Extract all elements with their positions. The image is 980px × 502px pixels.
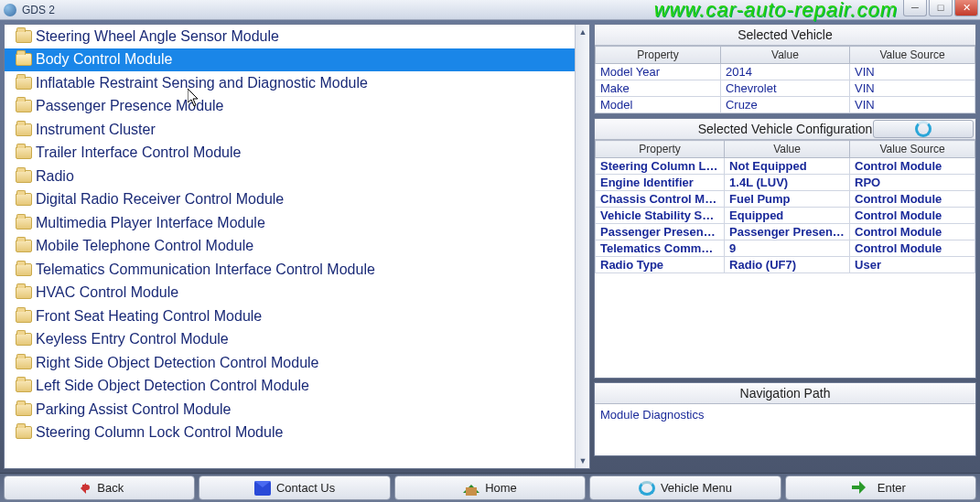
module-item[interactable]: Front Seat Heating Control Module (5, 304, 575, 328)
module-label: Multimedia Player Interface Module (36, 215, 265, 231)
cell-property: Vehicle Stability Sys... (596, 208, 725, 224)
module-item[interactable]: Keyless Entry Control Module (5, 328, 575, 352)
cell-source: Control Module (850, 224, 975, 240)
mail-icon (254, 481, 271, 496)
back-icon (75, 481, 92, 496)
table-row[interactable]: MakeChevroletVIN (596, 80, 975, 97)
table-row[interactable]: Steering Column Lo...Not EquippedControl… (596, 158, 975, 175)
cell-property: Steering Column Lo... (596, 158, 725, 175)
folder-icon (16, 170, 32, 183)
bottom-toolbar: Back Contact Us Home Vehicle Menu Enter (0, 473, 980, 502)
module-list-panel: Steering Wheel Angle Sensor ModuleBody C… (4, 24, 590, 469)
module-item[interactable]: Instrument Cluster (5, 118, 575, 142)
col-source: Value Source (850, 141, 975, 158)
folder-icon (16, 193, 32, 206)
table-row[interactable]: Engine Identifier1.4L (LUV)RPO (596, 175, 975, 191)
vehicle-menu-label: Vehicle Menu (661, 481, 732, 495)
cell-source: Control Module (850, 158, 975, 175)
module-scroll[interactable]: Steering Wheel Angle Sensor ModuleBody C… (5, 25, 575, 468)
module-item[interactable]: Digital Radio Receiver Control Module (5, 188, 575, 212)
table-row[interactable]: ModelCruzeVIN (596, 97, 975, 113)
home-button[interactable]: Home (394, 475, 586, 500)
module-item[interactable]: Parking Assist Control Module (5, 398, 575, 422)
vehicle-config-table: Property Value Value Source Steering Col… (595, 140, 975, 273)
col-value: Value (725, 141, 850, 158)
module-item[interactable]: Body Control Module (5, 48, 575, 72)
cell-property: Engine Identifier (596, 175, 725, 191)
right-panel: Selected Vehicle Property Value Value So… (594, 24, 976, 469)
module-label: Telematics Communication Interface Contr… (36, 262, 375, 278)
table-row[interactable]: Chassis Control Mo...Fuel PumpControl Mo… (596, 191, 975, 208)
module-label: Mobile Telephone Control Module (36, 238, 253, 254)
table-row[interactable]: Vehicle Stability Sys...EquippedControl … (596, 208, 975, 224)
enter-button[interactable]: Enter (785, 475, 976, 500)
app-icon (4, 4, 16, 16)
cell-source: Control Module (850, 191, 975, 208)
cell-property: Passenger Presenc... (596, 224, 725, 240)
vehicle-menu-icon (639, 481, 655, 496)
module-item[interactable]: Mobile Telephone Control Module (5, 235, 575, 259)
module-item[interactable]: Left Side Object Detection Control Modul… (5, 375, 575, 399)
watermark-text: www.car-auto-repair.com (654, 0, 898, 22)
cell-value: Chevrolet (720, 80, 849, 97)
navigation-panel: Navigation Path Module Diagnostics (594, 382, 976, 456)
module-item[interactable]: Right Side Object Detection Control Modu… (5, 351, 575, 375)
vehicle-menu-button[interactable]: Vehicle Menu (589, 475, 781, 500)
cell-source: VIN (850, 64, 975, 80)
navigation-header: Navigation Path (595, 383, 975, 404)
scroll-down-icon[interactable]: ▼ (576, 454, 590, 468)
module-item[interactable]: Inflatable Restraint Sensing and Diagnos… (5, 71, 575, 95)
module-item[interactable]: Multimedia Player Interface Module (5, 211, 575, 235)
maximize-button[interactable]: □ (929, 0, 953, 16)
home-label: Home (485, 481, 517, 495)
module-item[interactable]: Telematics Communication Interface Contr… (5, 258, 575, 282)
module-item[interactable]: Steering Wheel Angle Sensor Module (5, 25, 575, 48)
contact-us-button[interactable]: Contact Us (199, 475, 390, 500)
module-label: Steering Column Lock Control Module (36, 424, 283, 441)
table-row[interactable]: Passenger Presenc...Passenger Presenc...… (596, 224, 975, 240)
vehicle-config-panel: Selected Vehicle Configuration Property … (594, 118, 976, 379)
cell-value: Passenger Presenc... (725, 224, 850, 240)
table-row[interactable]: Telematics Commun...9Control Module (596, 240, 975, 257)
module-label: Inflatable Restraint Sensing and Diagnos… (36, 75, 368, 91)
refresh-button[interactable] (873, 120, 974, 138)
module-item[interactable]: Radio (5, 165, 575, 188)
module-label: Trailer Interface Control Module (36, 144, 241, 161)
cell-value: Fuel Pump (725, 191, 850, 208)
selected-vehicle-header: Selected Vehicle (595, 25, 975, 46)
table-row[interactable]: Radio TypeRadio (UF7)User (596, 257, 975, 273)
folder-icon (16, 286, 32, 299)
folder-icon (16, 53, 32, 66)
close-button[interactable]: ✕ (954, 0, 978, 16)
titlebar: GDS 2 www.car-auto-repair.com ─ □ ✕ (0, 0, 980, 20)
folder-icon (16, 240, 32, 252)
module-item[interactable]: Steering Column Lock Control Module (5, 422, 575, 445)
col-value: Value (720, 47, 849, 64)
enter-icon (856, 481, 872, 496)
cell-property: Chassis Control Mo... (596, 191, 725, 208)
cell-property: Make (596, 80, 721, 97)
window-buttons: ─ □ ✕ (901, 0, 978, 16)
cell-source: User (850, 257, 975, 273)
module-label: Keyless Entry Control Module (36, 331, 229, 347)
cell-source: VIN (850, 80, 975, 97)
window-title: GDS 2 (22, 4, 55, 16)
cell-source: Control Module (850, 208, 975, 224)
vertical-scrollbar[interactable]: ▲ ▼ (575, 25, 589, 468)
folder-icon (16, 263, 32, 276)
module-item[interactable]: HVAC Control Module (5, 282, 575, 305)
folder-icon (16, 379, 32, 392)
module-item[interactable]: Passenger Presence Module (5, 95, 575, 119)
scroll-up-icon[interactable]: ▲ (576, 25, 590, 39)
folder-icon (16, 357, 32, 369)
minimize-button[interactable]: ─ (903, 0, 927, 16)
cell-property: Model Year (596, 64, 721, 80)
cell-source: RPO (850, 175, 975, 191)
folder-icon (16, 403, 32, 416)
workspace: Steering Wheel Angle Sensor ModuleBody C… (0, 20, 980, 473)
module-label: Passenger Presence Module (36, 98, 223, 114)
contact-label: Contact Us (276, 481, 335, 495)
module-item[interactable]: Trailer Interface Control Module (5, 142, 575, 166)
table-row[interactable]: Model Year2014VIN (596, 64, 975, 80)
back-button[interactable]: Back (4, 475, 195, 500)
